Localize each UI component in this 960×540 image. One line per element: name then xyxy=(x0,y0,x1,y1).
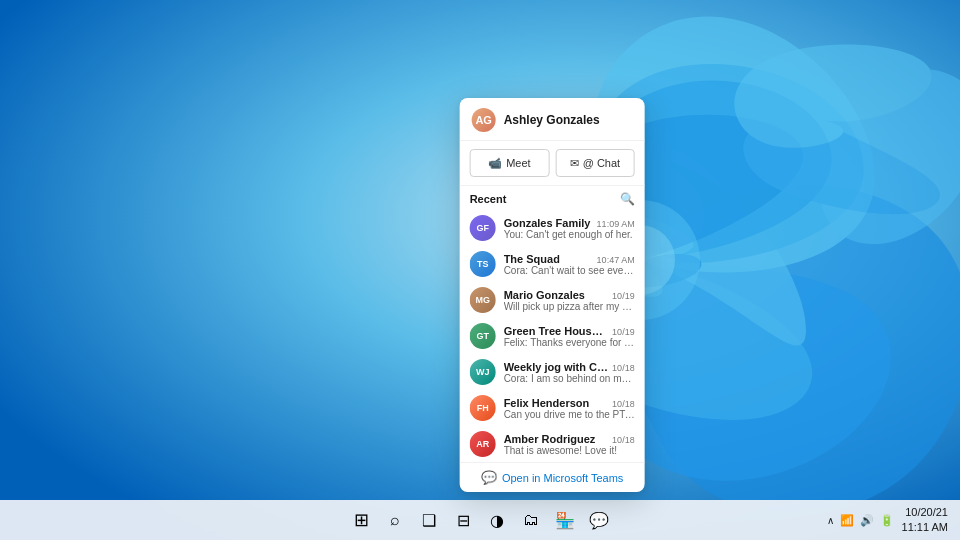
chat-name: Gonzales Family xyxy=(504,217,591,229)
taskbar-icon-file-explorer[interactable]: 🗂 xyxy=(517,506,545,534)
popup-username: Ashley Gonzales xyxy=(504,113,600,127)
chat-name: Amber Rodriguez xyxy=(504,433,596,445)
search-icon[interactable]: 🔍 xyxy=(620,192,635,206)
recent-section: Recent 🔍 GFGonzales Family11:09 AMYou: C… xyxy=(460,186,645,462)
chat-avatar: WJ xyxy=(470,359,496,385)
chat-name: Weekly jog with Cora xyxy=(504,361,608,373)
meet-button[interactable]: 📹 Meet xyxy=(470,149,550,177)
chat-avatar: MG xyxy=(470,287,496,313)
battery-icon[interactable]: 🔋 xyxy=(880,514,894,527)
taskbar-center: ⊞⌕❑⊟◑🗂🏪💬 xyxy=(347,506,613,534)
chat-time: 10:47 AM xyxy=(597,255,635,265)
popup-header: AG Ashley Gonzales xyxy=(460,98,645,141)
recent-header: Recent 🔍 xyxy=(460,192,645,210)
chat-time: 10/18 xyxy=(612,363,635,373)
chat-message: Felix: Thanks everyone for attending tod… xyxy=(504,337,635,348)
chat-name: Green Tree House PTA xyxy=(504,325,608,337)
chat-time: 10/18 xyxy=(612,399,635,409)
chat-message: You: Can't get enough of her. xyxy=(504,229,635,240)
taskbar-right: ∧ 📶 🔊 🔋 10/20/21 11:11 AM xyxy=(827,505,948,536)
chat-icon: ✉ xyxy=(570,157,579,170)
open-teams-button[interactable]: 💬 Open in Microsoft Teams xyxy=(460,462,645,492)
chat-list-item[interactable]: WJWeekly jog with Cora10/18Cora: I am so… xyxy=(460,354,645,390)
system-tray: ∧ 📶 🔊 🔋 xyxy=(827,514,894,527)
chevron-icon[interactable]: ∧ xyxy=(827,515,834,526)
chat-content: Green Tree House PTA10/19Felix: Thanks e… xyxy=(504,325,635,348)
meet-icon: 📹 xyxy=(488,157,502,170)
action-buttons: 📹 Meet ✉ @ Chat xyxy=(460,141,645,186)
chat-message: That is awesome! Love it! xyxy=(504,445,635,456)
chat-list-item[interactable]: GTGreen Tree House PTA10/19Felix: Thanks… xyxy=(460,318,645,354)
chat-content: Gonzales Family11:09 AMYou: Can't get en… xyxy=(504,217,635,240)
chat-avatar: GT xyxy=(470,323,496,349)
taskbar-icon-widgets[interactable]: ⊟ xyxy=(449,506,477,534)
taskbar-icon-teams-chat[interactable]: 💬 xyxy=(585,506,613,534)
taskbar: ⊞⌕❑⊟◑🗂🏪💬 ∧ 📶 🔊 🔋 10/20/21 11:11 AM xyxy=(0,500,960,540)
chat-avatar: GF xyxy=(470,215,496,241)
chat-time: 11:09 AM xyxy=(597,219,635,229)
taskbar-icon-search[interactable]: ⌕ xyxy=(381,506,409,534)
chat-list-item[interactable]: GFGonzales Family11:09 AMYou: Can't get … xyxy=(460,210,645,246)
chat-list-item[interactable]: FHFelix Henderson10/18Can you drive me t… xyxy=(460,390,645,426)
recent-label: Recent xyxy=(470,193,507,205)
chat-message: Can you drive me to the PTA today? xyxy=(504,409,635,420)
chat-avatar: FH xyxy=(470,395,496,421)
taskbar-icon-edge[interactable]: ◑ xyxy=(483,506,511,534)
chat-list-item[interactable]: TSThe Squad10:47 AMCora: Can't wait to s… xyxy=(460,246,645,282)
chat-avatar: AR xyxy=(470,431,496,457)
chat-avatar: TS xyxy=(470,251,496,277)
chat-time: 10/19 xyxy=(612,291,635,301)
chat-message: Cora: I am so behind on my step goals. xyxy=(504,373,635,384)
chat-list-item[interactable]: MGMario Gonzales10/19Will pick up pizza … xyxy=(460,282,645,318)
clock-date: 10/20/21 xyxy=(902,505,948,520)
chat-time: 10/19 xyxy=(612,327,635,337)
chat-content: Mario Gonzales10/19Will pick up pizza af… xyxy=(504,289,635,312)
chat-content: The Squad10:47 AMCora: Can't wait to see… xyxy=(504,253,635,276)
chat-name: The Squad xyxy=(504,253,560,265)
user-avatar: AG xyxy=(472,108,496,132)
taskbar-icon-start[interactable]: ⊞ xyxy=(347,506,375,534)
chat-message: Cora: Can't wait to see everyone! xyxy=(504,265,635,276)
chat-content: Amber Rodriguez10/18That is awesome! Lov… xyxy=(504,433,635,456)
chat-content: Weekly jog with Cora10/18Cora: I am so b… xyxy=(504,361,635,384)
wifi-icon[interactable]: 📶 xyxy=(840,514,854,527)
chat-message: Will pick up pizza after my practice. xyxy=(504,301,635,312)
desktop: AG Ashley Gonzales 📹 Meet ✉ @ Chat Recen… xyxy=(0,0,960,540)
chat-name: Felix Henderson xyxy=(504,397,590,409)
teams-icon: 💬 xyxy=(481,470,497,485)
chat-list: GFGonzales Family11:09 AMYou: Can't get … xyxy=(460,210,645,462)
clock[interactable]: 10/20/21 11:11 AM xyxy=(902,505,948,536)
taskbar-icon-taskview[interactable]: ❑ xyxy=(415,506,443,534)
chat-list-item[interactable]: ARAmber Rodriguez10/18That is awesome! L… xyxy=(460,426,645,462)
taskbar-icon-store[interactable]: 🏪 xyxy=(551,506,579,534)
chat-content: Felix Henderson10/18Can you drive me to … xyxy=(504,397,635,420)
chat-name: Mario Gonzales xyxy=(504,289,585,301)
clock-time: 11:11 AM xyxy=(902,520,948,535)
chat-time: 10/18 xyxy=(612,435,635,445)
volume-icon[interactable]: 🔊 xyxy=(860,514,874,527)
chat-button[interactable]: ✉ @ Chat xyxy=(555,149,635,177)
chat-popup: AG Ashley Gonzales 📹 Meet ✉ @ Chat Recen… xyxy=(460,98,645,492)
